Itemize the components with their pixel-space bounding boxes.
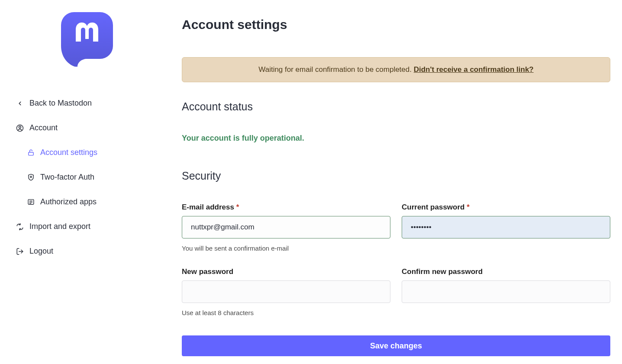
nav-account[interactable]: Account (16, 116, 151, 140)
svg-rect-2 (28, 152, 33, 155)
account-status-heading: Account status (182, 100, 610, 113)
flash-warning: Waiting for email confirmation to be com… (182, 57, 610, 82)
nav-import-export[interactable]: Import and export (16, 214, 151, 239)
form-group-confirm-password: Confirm new password (402, 267, 610, 316)
form-row-new-password: New password Use at least 8 characters C… (182, 267, 610, 316)
label-text: Current password (402, 203, 464, 211)
current-password-label: Current password * (402, 203, 610, 212)
required-mark: * (236, 203, 239, 211)
label-text: E-mail address (182, 203, 234, 211)
nav-authorized-apps[interactable]: Authorized apps (16, 190, 151, 214)
nav-account-settings[interactable]: Account settings (16, 140, 151, 165)
nav-back-to-mastodon[interactable]: Back to Mastodon (16, 91, 151, 116)
nav-logout[interactable]: Logout (16, 239, 151, 264)
chevron-left-icon (16, 99, 24, 108)
nav-label: Account (29, 123, 58, 132)
shield-icon (26, 173, 35, 182)
save-changes-button[interactable]: Save changes (182, 335, 610, 356)
security-heading: Security (182, 170, 610, 182)
user-circle-icon (16, 124, 24, 132)
account-status-text: Your account is fully operational. (182, 134, 610, 143)
nav-label: Two-factor Auth (40, 173, 94, 182)
confirm-password-label: Confirm new password (402, 267, 610, 276)
form-group-new-password: New password Use at least 8 characters (182, 267, 390, 316)
email-hint: You will be sent a confirmation e-mail (182, 245, 390, 252)
confirm-password-input[interactable] (402, 280, 610, 303)
nav-label: Account settings (40, 148, 97, 157)
form-group-current-password: Current password * (402, 203, 610, 252)
svg-point-3 (30, 176, 32, 178)
email-label: E-mail address * (182, 203, 390, 212)
nav-two-factor-auth[interactable]: Two-factor Auth (16, 165, 151, 190)
new-password-label: New password (182, 267, 390, 276)
new-password-hint: Use at least 8 characters (182, 309, 390, 316)
lock-icon (26, 148, 35, 157)
flash-text: Waiting for email confirmation to be com… (258, 65, 413, 74)
nav-label: Import and export (29, 222, 90, 231)
page-title: Account settings (182, 17, 610, 32)
import-export-icon (16, 222, 24, 231)
form-row-credentials: E-mail address * You will be sent a conf… (182, 203, 610, 252)
email-input[interactable] (182, 216, 390, 238)
sidebar: Back to Mastodon Account Account setting… (0, 0, 160, 364)
main-content: Account settings Waiting for email confi… (160, 0, 619, 364)
logout-icon (16, 247, 24, 256)
nav-label: Back to Mastodon (29, 99, 92, 108)
nav-label: Authorized apps (40, 197, 97, 206)
logo-wrapper (16, 12, 151, 68)
nav-label: Logout (29, 247, 53, 256)
list-icon (26, 198, 35, 206)
form-group-email: E-mail address * You will be sent a conf… (182, 203, 390, 252)
current-password-input[interactable] (402, 216, 610, 238)
flash-resend-link[interactable]: Didn't receive a confirmation link? (414, 65, 534, 74)
nav-list: Back to Mastodon Account Account setting… (16, 91, 151, 264)
new-password-input[interactable] (182, 280, 390, 303)
required-mark: * (467, 203, 470, 211)
mastodon-logo-icon[interactable] (61, 12, 113, 67)
svg-point-1 (19, 126, 21, 128)
